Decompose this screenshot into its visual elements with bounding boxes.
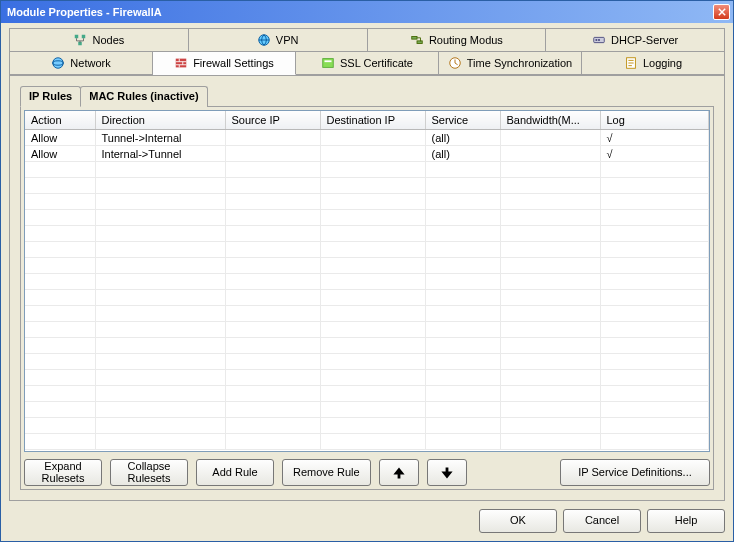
empty-row bbox=[25, 418, 709, 434]
tab-label: Firewall Settings bbox=[193, 57, 274, 69]
cell-service: (all) bbox=[425, 130, 500, 146]
tab-routing[interactable]: Routing Modus bbox=[368, 29, 547, 52]
empty-row bbox=[25, 274, 709, 290]
empty-row bbox=[25, 322, 709, 338]
dialog-buttons: OK Cancel Help bbox=[9, 501, 725, 533]
cancel-button[interactable]: Cancel bbox=[563, 509, 641, 533]
table-row[interactable]: AllowTunnel->Internal(all)√ bbox=[25, 130, 709, 146]
empty-row bbox=[25, 434, 709, 450]
tab-nodes[interactable]: Nodes bbox=[10, 29, 189, 52]
rules-table[interactable]: ActionDirectionSource IPDestination IPSe… bbox=[24, 110, 710, 452]
firewall-icon bbox=[174, 56, 188, 70]
tab-network[interactable]: Network bbox=[10, 52, 153, 75]
cell-log: √ bbox=[600, 130, 709, 146]
cell-direction: Tunnel->Internal bbox=[95, 130, 225, 146]
toolbuttons: ExpandRulesets CollapseRulesets Add Rule… bbox=[24, 452, 710, 486]
cell-bandwidth bbox=[500, 130, 600, 146]
svg-rect-13 bbox=[325, 60, 332, 62]
empty-row bbox=[25, 386, 709, 402]
empty-row bbox=[25, 242, 709, 258]
add-rule-button[interactable]: Add Rule bbox=[196, 459, 274, 486]
subtab-iprules[interactable]: IP Rules bbox=[20, 86, 81, 107]
tab-label: VPN bbox=[276, 34, 299, 46]
content: NodesVPNRouting ModusDHCP-Server Network… bbox=[1, 23, 733, 541]
col-bandwidth[interactable]: Bandwidth(M... bbox=[500, 111, 600, 130]
empty-row bbox=[25, 194, 709, 210]
timesync-icon bbox=[448, 56, 462, 70]
ip-service-definitions-button[interactable]: IP Service Definitions... bbox=[560, 459, 710, 486]
tab-label: SSL Certificate bbox=[340, 57, 413, 69]
svg-rect-1 bbox=[82, 35, 86, 39]
cell-log: √ bbox=[600, 146, 709, 162]
network-icon bbox=[51, 56, 65, 70]
svg-rect-5 bbox=[417, 41, 422, 44]
expand-rulesets-button[interactable]: ExpandRulesets bbox=[24, 459, 102, 486]
cell-destip bbox=[320, 130, 425, 146]
move-up-button[interactable] bbox=[379, 459, 419, 486]
tab-firewall[interactable]: Firewall Settings bbox=[153, 52, 296, 75]
ssl-icon bbox=[321, 56, 335, 70]
help-button[interactable]: Help bbox=[647, 509, 725, 533]
move-down-button[interactable] bbox=[427, 459, 467, 486]
cell-action: Allow bbox=[25, 130, 95, 146]
tab-vpn[interactable]: VPN bbox=[189, 29, 368, 52]
arrow-down-icon bbox=[440, 466, 454, 480]
col-log[interactable]: Log bbox=[600, 111, 709, 130]
main-tab-rows: NodesVPNRouting ModusDHCP-Server Network… bbox=[9, 28, 725, 75]
remove-rule-button[interactable]: Remove Rule bbox=[282, 459, 371, 486]
col-sourceip[interactable]: Source IP bbox=[225, 111, 320, 130]
empty-row bbox=[25, 258, 709, 274]
logging-icon bbox=[624, 56, 638, 70]
col-direction[interactable]: Direction bbox=[95, 111, 225, 130]
cell-bandwidth bbox=[500, 146, 600, 162]
window: Module Properties - FirewallA NodesVPNRo… bbox=[0, 0, 734, 542]
cell-destip bbox=[320, 146, 425, 162]
svg-rect-0 bbox=[75, 35, 79, 39]
col-destip[interactable]: Destination IP bbox=[320, 111, 425, 130]
cell-sourceip bbox=[225, 146, 320, 162]
tab-ssl[interactable]: SSL Certificate bbox=[296, 52, 439, 75]
col-action[interactable]: Action bbox=[25, 111, 95, 130]
svg-point-9 bbox=[53, 58, 64, 69]
empty-row bbox=[25, 162, 709, 178]
svg-rect-8 bbox=[598, 39, 600, 41]
ok-button[interactable]: OK bbox=[479, 509, 557, 533]
col-service[interactable]: Service bbox=[425, 111, 500, 130]
routing-icon bbox=[410, 33, 424, 47]
vpn-icon bbox=[257, 33, 271, 47]
cell-action: Allow bbox=[25, 146, 95, 162]
empty-row bbox=[25, 338, 709, 354]
empty-row bbox=[25, 370, 709, 386]
cell-direction: Internal->Tunnel bbox=[95, 146, 225, 162]
subtab-macrules[interactable]: MAC Rules (inactive) bbox=[80, 86, 207, 107]
window-title: Module Properties - FirewallA bbox=[7, 6, 713, 18]
tab-dhcp[interactable]: DHCP-Server bbox=[546, 29, 724, 52]
collapse-rulesets-button[interactable]: CollapseRulesets bbox=[110, 459, 188, 486]
sub-tabs: IP RulesMAC Rules (inactive) bbox=[20, 86, 714, 107]
tab-label: Routing Modus bbox=[429, 34, 503, 46]
iprules-panel: ActionDirectionSource IPDestination IPSe… bbox=[20, 106, 714, 490]
empty-row bbox=[25, 226, 709, 242]
table-row[interactable]: AllowInternal->Tunnel(all)√ bbox=[25, 146, 709, 162]
dhcp-icon bbox=[592, 33, 606, 47]
empty-row bbox=[25, 402, 709, 418]
titlebar: Module Properties - FirewallA bbox=[1, 1, 733, 23]
empty-row bbox=[25, 290, 709, 306]
tab-timesync[interactable]: Time Synchronization bbox=[439, 52, 582, 75]
empty-row bbox=[25, 210, 709, 226]
cell-service: (all) bbox=[425, 146, 500, 162]
empty-row bbox=[25, 354, 709, 370]
svg-rect-11 bbox=[176, 59, 187, 68]
tab-label: Logging bbox=[643, 57, 682, 69]
close-button[interactable] bbox=[713, 4, 730, 20]
tab-label: Network bbox=[70, 57, 110, 69]
arrow-up-icon bbox=[392, 466, 406, 480]
cell-sourceip bbox=[225, 130, 320, 146]
svg-rect-4 bbox=[412, 37, 417, 40]
tab-label: Nodes bbox=[92, 34, 124, 46]
svg-rect-12 bbox=[323, 59, 334, 68]
tab-logging[interactable]: Logging bbox=[582, 52, 724, 75]
svg-rect-7 bbox=[596, 39, 598, 41]
firewall-panel: IP RulesMAC Rules (inactive) ActionDirec… bbox=[9, 75, 725, 501]
nodes-icon bbox=[73, 33, 87, 47]
